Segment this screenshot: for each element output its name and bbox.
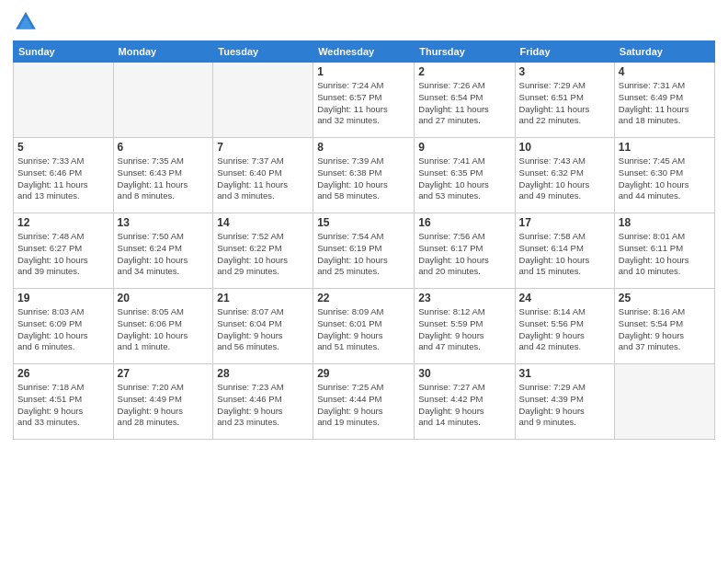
calendar-cell: 7Sunrise: 7:37 AM Sunset: 6:40 PM Daylig…: [213, 138, 313, 213]
day-info: Sunrise: 7:39 AM Sunset: 6:38 PM Dayligh…: [317, 155, 410, 202]
weekday-header-row: SundayMondayTuesdayWednesdayThursdayFrid…: [14, 41, 715, 63]
calendar-cell: 13Sunrise: 7:50 AM Sunset: 6:24 PM Dayli…: [113, 213, 213, 289]
day-number: 9: [418, 141, 510, 154]
calendar-cell: 2Sunrise: 7:26 AM Sunset: 6:54 PM Daylig…: [415, 63, 515, 138]
calendar-cell: [113, 63, 213, 138]
calendar-table: SundayMondayTuesdayWednesdayThursdayFrid…: [13, 40, 715, 440]
day-info: Sunrise: 7:31 AM Sunset: 6:49 PM Dayligh…: [619, 80, 711, 127]
day-number: 12: [17, 216, 109, 229]
day-number: 2: [418, 65, 510, 78]
calendar-cell: 17Sunrise: 7:58 AM Sunset: 6:14 PM Dayli…: [515, 213, 614, 289]
page: SundayMondayTuesdayWednesdayThursdayFrid…: [0, 0, 728, 563]
weekday-monday: Monday: [113, 41, 213, 63]
calendar-cell: 15Sunrise: 7:54 AM Sunset: 6:19 PM Dayli…: [313, 213, 415, 289]
day-info: Sunrise: 8:16 AM Sunset: 5:54 PM Dayligh…: [619, 306, 711, 353]
calendar-cell: 23Sunrise: 8:12 AM Sunset: 5:59 PM Dayli…: [415, 289, 515, 364]
header: [13, 9, 715, 35]
calendar-cell: [213, 63, 313, 138]
day-info: Sunrise: 7:50 AM Sunset: 6:24 PM Dayligh…: [118, 231, 210, 278]
day-number: 22: [317, 292, 410, 304]
day-info: Sunrise: 8:09 AM Sunset: 6:01 PM Dayligh…: [317, 306, 410, 353]
day-info: Sunrise: 7:18 AM Sunset: 4:51 PM Dayligh…: [17, 382, 109, 429]
weekday-wednesday: Wednesday: [313, 41, 415, 63]
calendar-cell: 22Sunrise: 8:09 AM Sunset: 6:01 PM Dayli…: [313, 289, 415, 364]
day-number: 26: [17, 367, 109, 380]
day-info: Sunrise: 7:54 AM Sunset: 6:19 PM Dayligh…: [317, 231, 410, 278]
calendar-cell: 19Sunrise: 8:03 AM Sunset: 6:09 PM Dayli…: [14, 289, 114, 364]
weekday-sunday: Sunday: [14, 41, 114, 63]
calendar-cell: 29Sunrise: 7:25 AM Sunset: 4:44 PM Dayli…: [313, 364, 415, 440]
day-number: 19: [17, 292, 109, 304]
day-info: Sunrise: 7:43 AM Sunset: 6:32 PM Dayligh…: [519, 155, 610, 202]
day-info: Sunrise: 7:37 AM Sunset: 6:40 PM Dayligh…: [217, 155, 309, 202]
day-number: 5: [17, 141, 109, 154]
day-info: Sunrise: 8:05 AM Sunset: 6:06 PM Dayligh…: [118, 306, 210, 353]
day-number: 3: [519, 65, 610, 78]
weekday-tuesday: Tuesday: [213, 41, 313, 63]
calendar-cell: 1Sunrise: 7:24 AM Sunset: 6:57 PM Daylig…: [313, 63, 415, 138]
day-number: 10: [519, 141, 610, 154]
calendar-cell: 11Sunrise: 7:45 AM Sunset: 6:30 PM Dayli…: [614, 138, 714, 213]
day-info: Sunrise: 7:25 AM Sunset: 4:44 PM Dayligh…: [317, 382, 410, 429]
day-number: 15: [317, 216, 410, 229]
week-row-5: 26Sunrise: 7:18 AM Sunset: 4:51 PM Dayli…: [14, 364, 715, 440]
calendar-cell: 16Sunrise: 7:56 AM Sunset: 6:17 PM Dayli…: [415, 213, 515, 289]
day-number: 11: [619, 141, 711, 154]
weekday-saturday: Saturday: [614, 41, 714, 63]
weekday-friday: Friday: [515, 41, 614, 63]
calendar-cell: 3Sunrise: 7:29 AM Sunset: 6:51 PM Daylig…: [515, 63, 614, 138]
day-info: Sunrise: 8:07 AM Sunset: 6:04 PM Dayligh…: [217, 306, 309, 353]
day-info: Sunrise: 7:58 AM Sunset: 6:14 PM Dayligh…: [519, 231, 610, 278]
calendar-cell: 31Sunrise: 7:29 AM Sunset: 4:39 PM Dayli…: [515, 364, 614, 440]
calendar-cell: 4Sunrise: 7:31 AM Sunset: 6:49 PM Daylig…: [614, 63, 714, 138]
day-number: 6: [118, 141, 210, 154]
day-info: Sunrise: 8:12 AM Sunset: 5:59 PM Dayligh…: [418, 306, 510, 353]
day-number: 21: [217, 292, 309, 304]
calendar-cell: [14, 63, 114, 138]
calendar-cell: 12Sunrise: 7:48 AM Sunset: 6:27 PM Dayli…: [14, 213, 114, 289]
day-number: 23: [418, 292, 510, 304]
day-info: Sunrise: 7:41 AM Sunset: 6:35 PM Dayligh…: [418, 155, 510, 202]
calendar-cell: 26Sunrise: 7:18 AM Sunset: 4:51 PM Dayli…: [14, 364, 114, 440]
calendar-cell: 9Sunrise: 7:41 AM Sunset: 6:35 PM Daylig…: [415, 138, 515, 213]
day-number: 27: [118, 367, 210, 380]
calendar-cell: [614, 364, 714, 440]
day-number: 28: [217, 367, 309, 380]
day-number: 1: [317, 65, 410, 78]
day-number: 17: [519, 216, 610, 229]
logo: [13, 9, 42, 35]
calendar-cell: 10Sunrise: 7:43 AM Sunset: 6:32 PM Dayli…: [515, 138, 614, 213]
day-info: Sunrise: 7:56 AM Sunset: 6:17 PM Dayligh…: [418, 231, 510, 278]
day-number: 25: [619, 292, 711, 304]
day-info: Sunrise: 7:48 AM Sunset: 6:27 PM Dayligh…: [17, 231, 109, 278]
day-info: Sunrise: 7:24 AM Sunset: 6:57 PM Dayligh…: [317, 80, 410, 127]
day-number: 20: [118, 292, 210, 304]
day-info: Sunrise: 8:14 AM Sunset: 5:56 PM Dayligh…: [519, 306, 610, 353]
calendar-cell: 20Sunrise: 8:05 AM Sunset: 6:06 PM Dayli…: [113, 289, 213, 364]
logo-icon: [13, 9, 39, 35]
calendar-cell: 28Sunrise: 7:23 AM Sunset: 4:46 PM Dayli…: [213, 364, 313, 440]
day-info: Sunrise: 7:27 AM Sunset: 4:42 PM Dayligh…: [418, 382, 510, 429]
day-number: 13: [118, 216, 210, 229]
calendar-cell: 14Sunrise: 7:52 AM Sunset: 6:22 PM Dayli…: [213, 213, 313, 289]
calendar-cell: 8Sunrise: 7:39 AM Sunset: 6:38 PM Daylig…: [313, 138, 415, 213]
calendar-cell: 5Sunrise: 7:33 AM Sunset: 6:46 PM Daylig…: [14, 138, 114, 213]
weekday-thursday: Thursday: [415, 41, 515, 63]
day-number: 16: [418, 216, 510, 229]
day-info: Sunrise: 8:01 AM Sunset: 6:11 PM Dayligh…: [619, 231, 711, 278]
week-row-2: 5Sunrise: 7:33 AM Sunset: 6:46 PM Daylig…: [14, 138, 715, 213]
day-info: Sunrise: 7:45 AM Sunset: 6:30 PM Dayligh…: [619, 155, 711, 202]
day-info: Sunrise: 7:33 AM Sunset: 6:46 PM Dayligh…: [17, 155, 109, 202]
day-number: 8: [317, 141, 410, 154]
day-number: 31: [519, 367, 610, 380]
day-number: 24: [519, 292, 610, 304]
calendar-cell: 25Sunrise: 8:16 AM Sunset: 5:54 PM Dayli…: [614, 289, 714, 364]
day-info: Sunrise: 7:26 AM Sunset: 6:54 PM Dayligh…: [418, 80, 510, 127]
calendar-cell: 27Sunrise: 7:20 AM Sunset: 4:49 PM Dayli…: [113, 364, 213, 440]
day-info: Sunrise: 8:03 AM Sunset: 6:09 PM Dayligh…: [17, 306, 109, 353]
calendar-cell: 30Sunrise: 7:27 AM Sunset: 4:42 PM Dayli…: [415, 364, 515, 440]
day-info: Sunrise: 7:23 AM Sunset: 4:46 PM Dayligh…: [217, 382, 309, 429]
day-number: 30: [418, 367, 510, 380]
day-info: Sunrise: 7:35 AM Sunset: 6:43 PM Dayligh…: [118, 155, 210, 202]
calendar-cell: 24Sunrise: 8:14 AM Sunset: 5:56 PM Dayli…: [515, 289, 614, 364]
